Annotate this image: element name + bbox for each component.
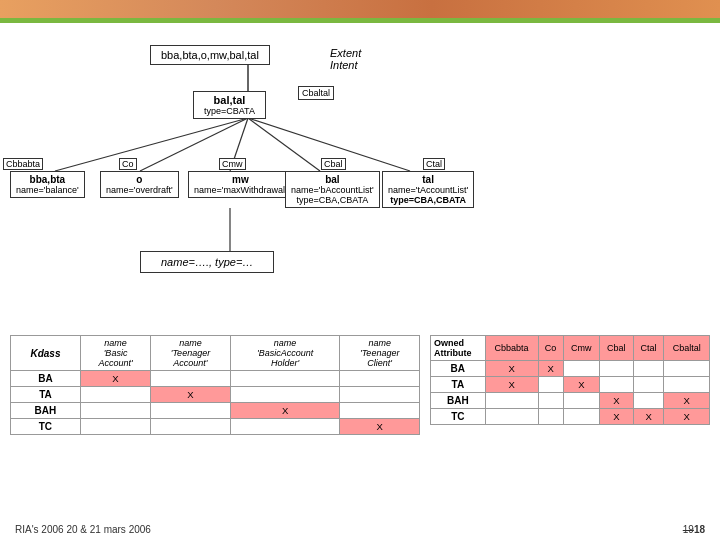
bal-name: bal xyxy=(291,174,374,185)
super-tal: Ctal xyxy=(423,158,445,170)
intent-text: Intent xyxy=(330,59,361,71)
rcell-tc-2 xyxy=(563,409,599,425)
left-row-bah: BAH X xyxy=(11,403,420,419)
name-type-label: name=…., type=… xyxy=(161,256,253,268)
rcell-ba-1: X xyxy=(538,361,563,377)
right-row-bah: BAH X X xyxy=(431,393,710,409)
rcell-ta-2: X xyxy=(563,377,599,393)
col-header-3: name'TeenagerClient' xyxy=(340,336,420,371)
col-ctal: Ctal xyxy=(633,336,664,361)
rcell-ta-0: X xyxy=(485,377,538,393)
baltal-super: Cbaltal xyxy=(298,86,334,100)
col-header-0: name'BasicAccount' xyxy=(80,336,150,371)
entity-bbabta: Cbbabta bba,bta name='balance' xyxy=(10,171,85,198)
left-row-tc: TC X xyxy=(11,419,420,435)
col-header-2: name'BasicAccountHolder' xyxy=(230,336,340,371)
rcell-ta-4 xyxy=(633,377,664,393)
footer-conference: RIA's 2006 20 & 21 mars 2006 xyxy=(15,524,151,535)
right-table-container: OwnedAttribute Cbbabta Co Cmw Cbal Ctal … xyxy=(430,335,710,435)
right-label-bah: BAH xyxy=(431,393,486,409)
right-label-ta: TA xyxy=(431,377,486,393)
svg-line-4 xyxy=(248,118,320,171)
footer-page: 1918 xyxy=(683,524,705,535)
rcell-tc-3: X xyxy=(599,409,633,425)
rcell-ta-5 xyxy=(664,377,710,393)
baltal-sub: type=CBATA xyxy=(204,106,255,116)
row-label-ba: BA xyxy=(11,371,81,387)
rcell-bah-5: X xyxy=(664,393,710,409)
cell-ba-0: X xyxy=(80,371,150,387)
cell-bah-3 xyxy=(340,403,420,419)
row-label-bah: BAH xyxy=(11,403,81,419)
bottom-section: Kdass name'BasicAccount' name'TeenagerAc… xyxy=(0,335,720,435)
cell-tc-1 xyxy=(151,419,231,435)
rcell-ba-3 xyxy=(599,361,633,377)
cell-ba-1 xyxy=(151,371,231,387)
rcell-tc-4: X xyxy=(633,409,664,425)
entity-bal: Cbal bal name='bAccountList' type=CBA,CB… xyxy=(285,171,380,208)
cell-ta-0 xyxy=(80,387,150,403)
cell-ba-2 xyxy=(230,371,340,387)
baltal-label: bal,tal xyxy=(204,94,255,106)
right-row-tc: TC X X X xyxy=(431,409,710,425)
super-mw: Cmw xyxy=(219,158,246,170)
right-row-ba: BA X X xyxy=(431,361,710,377)
mw-name: mw xyxy=(194,174,287,185)
bal-sub2: type=CBA,CBATA xyxy=(291,195,374,205)
rcell-ba-5 xyxy=(664,361,710,377)
right-label-tc: TC xyxy=(431,409,486,425)
kdass-header: Kdass xyxy=(11,336,81,371)
footer: RIA's 2006 20 & 21 mars 2006 1918 xyxy=(0,524,720,535)
cell-ta-3 xyxy=(340,387,420,403)
bbabta-sub: name='balance' xyxy=(16,185,79,195)
top-box-label: bba,bta,o,mw,bal,tal xyxy=(161,49,259,61)
footer-page-bold: 18 xyxy=(694,524,705,535)
o-name: o xyxy=(106,174,173,185)
rcell-ta-3 xyxy=(599,377,633,393)
bal-sub: name='bAccountList' xyxy=(291,185,374,195)
cell-ta-2 xyxy=(230,387,340,403)
cell-bah-0 xyxy=(80,403,150,419)
row-label-tc: TC xyxy=(11,419,81,435)
rcell-tc-1 xyxy=(538,409,563,425)
left-row-ta: TA X xyxy=(11,387,420,403)
cell-tc-2 xyxy=(230,419,340,435)
tal-sub: name='tAccountList' xyxy=(388,185,468,195)
cell-ba-3 xyxy=(340,371,420,387)
right-label-ba: BA xyxy=(431,361,486,377)
rcell-ba-2 xyxy=(563,361,599,377)
super-bal: Cbal xyxy=(321,158,346,170)
right-row-ta: TA X X xyxy=(431,377,710,393)
rcell-tc-5: X xyxy=(664,409,710,425)
baltal-box: bal,tal type=CBATA xyxy=(193,91,266,119)
col-header-1: name'TeenagerAccount' xyxy=(151,336,231,371)
row-label-ta: TA xyxy=(11,387,81,403)
cell-bah-1 xyxy=(151,403,231,419)
entity-tal: Ctal tal name='tAccountList' type=CBA,CB… xyxy=(382,171,474,208)
mw-sub: name='maxWithdrawal' xyxy=(194,185,287,195)
rcell-bah-4 xyxy=(633,393,664,409)
col-cbaltal: Cbaltal xyxy=(664,336,710,361)
rcell-bah-0 xyxy=(485,393,538,409)
cell-bah-2: X xyxy=(230,403,340,419)
entity-mw: Cmw mw name='maxWithdrawal' xyxy=(188,171,293,198)
entity-o: Co o name='overdraft' xyxy=(100,171,179,198)
col-cbal: Cbal xyxy=(599,336,633,361)
left-row-ba: BA X xyxy=(11,371,420,387)
left-table: Kdass name'BasicAccount' name'TeenagerAc… xyxy=(10,335,420,435)
col-cbbabta: Cbbabta xyxy=(485,336,538,361)
rcell-ta-1 xyxy=(538,377,563,393)
owned-attr-header: OwnedAttribute xyxy=(431,336,486,361)
cell-tc-3: X xyxy=(340,419,420,435)
super-bbabta: Cbbabta xyxy=(3,158,43,170)
rcell-tc-0 xyxy=(485,409,538,425)
top-banner xyxy=(0,0,720,18)
tal-sub2: type=CBA,CBATA xyxy=(388,195,468,205)
o-sub: name='overdraft' xyxy=(106,185,173,195)
extent-text: Extent xyxy=(330,47,361,59)
cell-tc-0 xyxy=(80,419,150,435)
rcell-bah-2 xyxy=(563,393,599,409)
tal-name: tal xyxy=(388,174,468,185)
rcell-bah-1 xyxy=(538,393,563,409)
rcell-ba-4 xyxy=(633,361,664,377)
